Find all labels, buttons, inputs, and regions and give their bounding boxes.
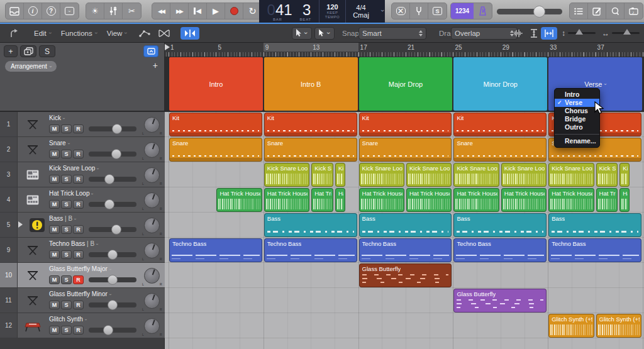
menu-item-intro[interactable]: Intro [555, 91, 599, 99]
track-row-1[interactable]: 1Kick›MSRLR [0, 112, 165, 137]
view-menu[interactable]: View› [102, 27, 132, 40]
pan-knob[interactable] [144, 142, 160, 158]
region-hat-trick-house[interactable]: Hat Trick House [548, 188, 594, 212]
global-solo-button[interactable]: S [39, 45, 55, 57]
solo-button[interactable]: S [61, 200, 72, 209]
drag-dropdown[interactable]: Overlap [451, 27, 518, 40]
duplicate-track-button[interactable] [20, 45, 36, 57]
tuner-icon[interactable] [410, 3, 428, 19]
record-enable-button[interactable]: R [73, 125, 84, 133]
track-name[interactable]: Kick Snare Loop› [49, 165, 99, 172]
functions-menu[interactable]: Functions› [56, 27, 102, 40]
hide-global-tracks-button[interactable] [143, 45, 158, 57]
count-in-button[interactable]: 1234 [451, 3, 474, 19]
volume-slider[interactable] [89, 126, 136, 131]
record-enable-button[interactable]: R [73, 301, 84, 309]
volume-knob[interactable] [111, 149, 121, 159]
loop-browser-icon[interactable] [606, 3, 625, 19]
region-snare[interactable]: Snare [359, 138, 452, 162]
mute-button[interactable]: M [49, 225, 60, 234]
track-name[interactable]: Glass Butterfly Major› [49, 265, 111, 272]
command-click-tool-menu[interactable]: › [314, 27, 335, 40]
solo-button[interactable]: S [61, 326, 72, 335]
region-techno-bass[interactable]: Techno Bass [264, 238, 357, 262]
lcd-chevron-icon[interactable]: › [379, 9, 385, 11]
arrangement-marker-major-drop[interactable]: Major Drop [359, 57, 453, 111]
rewind-button[interactable]: ◀◀ [152, 3, 170, 19]
region-ha[interactable]: Ha [335, 188, 345, 212]
record-enable-button[interactable]: R [73, 225, 84, 234]
volume-knob[interactable] [111, 224, 121, 235]
arrangement-marker-intro-b[interactable]: Intro B [264, 57, 358, 111]
region-kic[interactable]: Kic [335, 163, 345, 187]
region-kick-snare-loop[interactable]: Kick Snare Loop [406, 163, 452, 187]
region-glass-butterfly[interactable]: Glass Butterfly [359, 263, 452, 287]
region-kick-snare-loop[interactable]: Kick Snare Loop [548, 163, 594, 187]
mute-button[interactable]: M [49, 250, 60, 259]
region-kick-snare-loop[interactable]: Kick Snare Loop [359, 163, 404, 187]
region-kick-sn[interactable]: Kick Sn [596, 163, 618, 187]
volume-slider[interactable] [89, 177, 136, 182]
solo-button[interactable]: S [61, 125, 72, 133]
menu-item-bridge[interactable]: Bridge [555, 115, 599, 123]
region-glitch-synth-5[interactable]: Glitch Synth (+5 [548, 314, 594, 338]
volume-knob[interactable] [103, 325, 113, 335]
volume-slider[interactable] [89, 252, 136, 257]
region-kick-snare-loop[interactable]: Kick Snare Loop [501, 163, 547, 187]
forward-button[interactable]: ▶▶ [170, 3, 189, 19]
snap-dropdown[interactable]: Smart [358, 27, 426, 40]
pan-knob[interactable] [144, 192, 160, 208]
record-enable-button[interactable]: R [73, 150, 84, 158]
region-hat-trick-house[interactable]: Hat Trick House [501, 188, 547, 212]
solo-button[interactable]: S [61, 275, 72, 284]
note-pads-icon[interactable] [588, 3, 606, 19]
vertical-zoom-thumb[interactable] [575, 29, 583, 35]
pan-knob[interactable] [144, 293, 160, 309]
record-enable-button[interactable]: R [73, 250, 84, 259]
master-volume-knob[interactable] [533, 6, 545, 18]
bar-ruler[interactable]: 15913172125293337 [165, 43, 644, 57]
smart-controls-icon[interactable]: ☀ [86, 3, 104, 19]
menu-item-chorus[interactable]: Chorus [555, 107, 599, 115]
record-enable-button[interactable]: R [73, 175, 84, 184]
add-track-button[interactable]: + [4, 45, 18, 57]
track-row-4[interactable]: 4Hat Trick Loop›MSRLR [0, 187, 165, 213]
inspector-icon[interactable]: i [24, 3, 42, 19]
region-kick-snare-loop[interactable]: Kick Snare Loop [264, 163, 309, 187]
region-snare[interactable]: Snare [169, 138, 262, 162]
flex-crossfade-icon[interactable] [154, 27, 174, 40]
track-row-2[interactable]: 2Snare›MSRLR [0, 137, 165, 162]
track-row-3[interactable]: 3Kick Snare Loop›MSRLR [0, 162, 165, 187]
volume-knob[interactable] [108, 250, 118, 260]
disclosure-triangle-icon[interactable] [18, 221, 23, 228]
track-row-5[interactable]: 5Bass | B›MSRLR [0, 213, 165, 238]
track-row-9[interactable]: 9Techno Bass | B›MSRLR [0, 238, 165, 263]
mute-button[interactable]: M [49, 275, 60, 284]
list-editors-icon[interactable] [570, 3, 588, 19]
quick-help-icon[interactable]: ? [42, 3, 60, 19]
play-button[interactable]: ▶ [207, 3, 225, 19]
mixer-icon[interactable] [104, 3, 123, 19]
region-bass[interactable]: Bass [453, 213, 547, 237]
record-enable-button[interactable]: R [73, 200, 84, 209]
lcd-tempo[interactable]: 120 KEEP TEMPO [319, 0, 346, 23]
region-hat-trick-house[interactable]: Hat Trick House [216, 188, 262, 212]
catch-playhead-button[interactable] [180, 27, 199, 40]
pan-knob[interactable] [144, 167, 160, 183]
mute-button[interactable]: M [49, 326, 60, 335]
no-overlap-icon[interactable]: ✕ [392, 3, 410, 19]
mute-button[interactable]: M [49, 200, 60, 209]
mute-button[interactable]: M [49, 125, 60, 133]
region-kick-sn[interactable]: Kick Sn [311, 163, 333, 187]
stop-button[interactable]: ◀ [189, 3, 207, 19]
region-bass[interactable]: Bass [264, 213, 357, 237]
volume-slider[interactable] [89, 302, 136, 307]
solo-button[interactable]: S [61, 225, 72, 234]
region-snare[interactable]: Snare [264, 138, 357, 162]
editors-icon[interactable]: ✂ [123, 3, 141, 19]
region-techno-bass[interactable]: Techno Bass [453, 238, 547, 262]
track-name[interactable]: Glass Butterfly Minor› [49, 291, 111, 297]
pan-knob[interactable] [144, 318, 160, 334]
region-hat-trick-house[interactable]: Hat Trick House [359, 188, 404, 212]
pan-knob[interactable] [144, 243, 160, 258]
